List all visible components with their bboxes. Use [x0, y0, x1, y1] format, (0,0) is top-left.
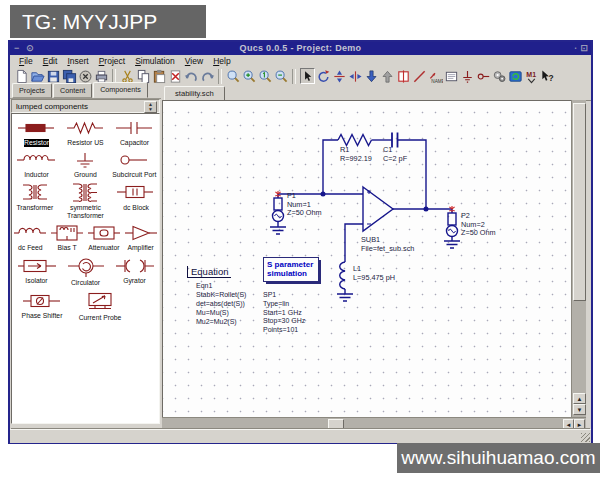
component-phase-shifter[interactable]: Phase Shifter — [20, 291, 64, 320]
dropdown-spinner-icon[interactable]: ▲▼ — [144, 101, 157, 113]
svg-text:NAME: NAME — [431, 78, 443, 83]
inductor-l1[interactable] — [337, 262, 353, 301]
equation-line: det=abs(det(S)) — [196, 299, 246, 308]
menu-project[interactable]: Project — [94, 56, 130, 66]
subcircuit-exit-icon[interactable] — [380, 68, 395, 84]
insert-port-icon[interactable] — [476, 68, 491, 84]
resistor-r1[interactable] — [338, 135, 372, 146]
save-all-icon[interactable] — [62, 68, 77, 84]
wire-label-icon[interactable]: NAME — [428, 68, 443, 84]
circuit-drawing: R1 R=992.19 C1 C=2 pF P1 Num=1 Z=50 Ohm … — [163, 101, 571, 417]
inductor-icon — [14, 150, 58, 170]
menu-file[interactable]: File — [14, 56, 38, 66]
simulation-line: Points=101 — [263, 326, 305, 335]
redo-icon[interactable] — [200, 68, 215, 84]
insert-wire-icon[interactable] — [412, 68, 427, 84]
zoom-fit-icon[interactable] — [226, 68, 241, 84]
vertical-scrollbar-thumb[interactable] — [573, 103, 586, 301]
horizontal-scrollbar[interactable]: ◄ ► — [162, 417, 586, 429]
subcircuit-enter-icon[interactable] — [364, 68, 379, 84]
save-icon[interactable] — [46, 68, 61, 84]
close-window-icon[interactable]: ⊡ — [580, 42, 588, 55]
new-file-icon[interactable] — [14, 68, 29, 84]
component-current-probe[interactable]: Current Probe — [78, 291, 122, 322]
simulate-icon[interactable] — [508, 68, 523, 84]
mirror-y-axis-icon[interactable] — [348, 68, 363, 84]
component-palette: Resistor Resistor US Capacitor Inductor … — [11, 113, 160, 424]
menu-edit[interactable]: Edit — [38, 56, 63, 66]
mirror-x-axis-icon[interactable] — [332, 68, 347, 84]
p1-impedance-label: Z=50 Ohm — [287, 208, 322, 217]
equation-line: Mu=Mu(S) — [196, 308, 246, 317]
menu-simulation[interactable]: Simulation — [130, 56, 180, 66]
undo-icon[interactable] — [184, 68, 199, 84]
open-file-icon[interactable] — [30, 68, 45, 84]
rotate-icon[interactable] — [316, 68, 331, 84]
component-attenuator[interactable]: Attenuator — [86, 223, 122, 252]
schematic-canvas[interactable]: R1 R=992.19 C1 C=2 pF P1 Num=1 Z=50 Ohm … — [162, 100, 571, 417]
component-subcircuit-port[interactable]: Subcircuit Port — [112, 150, 156, 179]
whats-this-icon[interactable]: ? — [540, 68, 555, 84]
component-gyrator[interactable]: Gyrator — [113, 256, 157, 285]
component-dc-feed[interactable]: dc Feed — [12, 223, 48, 252]
paste-icon[interactable] — [152, 68, 167, 84]
circulator-icon — [64, 256, 108, 278]
l1-value-label: L=95.475 pH — [353, 273, 395, 282]
close-document-icon[interactable] — [78, 68, 93, 84]
horizontal-scrollbar-thumb[interactable] — [328, 419, 344, 429]
component-inductor[interactable]: Inductor — [14, 150, 58, 179]
insert-ground-icon[interactable] — [460, 68, 475, 84]
component-circulator[interactable]: Circulator — [64, 256, 108, 287]
scroll-up-icon[interactable]: ▲ — [573, 393, 586, 404]
wire[interactable] — [323, 140, 338, 194]
component-dc-block[interactable]: dc Block — [114, 181, 158, 212]
maximize-icon[interactable]: ∙ — [574, 42, 577, 55]
shade-icon[interactable]: ⊙ — [26, 42, 34, 55]
component-category-dropdown[interactable]: lumped components ▲▼ — [11, 99, 160, 113]
junction-dot — [424, 207, 428, 211]
component-ground[interactable]: Ground — [63, 150, 107, 179]
select-pointer-icon[interactable] — [300, 68, 315, 84]
component-amplifier[interactable]: Amplifier — [123, 223, 159, 252]
delete-icon[interactable] — [168, 68, 183, 84]
menu-help[interactable]: Help — [208, 56, 235, 66]
port-p2[interactable] — [444, 206, 460, 248]
resize-grip[interactable] — [581, 433, 590, 442]
window-menu-icon[interactable]: − — [14, 42, 20, 55]
simulation-block[interactable]: S parameter simulation — [263, 257, 319, 282]
component-isolator[interactable]: Isolator — [15, 256, 59, 285]
set-marker-icon[interactable]: M1 — [524, 68, 539, 84]
transformer-icon — [13, 181, 57, 203]
watermark-bottom: www.sihuihuamao.com — [397, 443, 600, 473]
equation-block[interactable]: Equation Eqn1 StabK=Rollet(S) det=abs(de… — [187, 261, 246, 326]
scroll-right-icon[interactable]: ► — [574, 419, 585, 429]
window-title: Qucs 0.0.5 - Project: Demo — [240, 43, 362, 53]
component-resistor[interactable]: Resistor — [15, 118, 59, 147]
wire[interactable] — [398, 140, 427, 209]
title-bar[interactable]: − ⊙ Qucs 0.0.5 - Project: Demo ∙ ⊡ — [10, 42, 591, 55]
port-p1[interactable] — [270, 191, 286, 234]
menu-view[interactable]: View — [180, 56, 208, 66]
component-capacitor[interactable]: Capacitor — [113, 118, 157, 147]
deactivate-component-icon[interactable] — [396, 68, 411, 84]
component-transformer[interactable]: Transformer — [13, 181, 57, 212]
tab-projects[interactable]: Projects — [12, 83, 52, 98]
scroll-left-icon[interactable]: ◄ — [563, 419, 574, 429]
simulation-title: simulation — [267, 269, 316, 278]
zoom-out-icon[interactable] — [274, 68, 289, 84]
capacitor-c1[interactable] — [392, 133, 398, 148]
component-resistor-us[interactable]: Resistor US — [64, 118, 108, 147]
text-editor-icon[interactable] — [492, 68, 507, 84]
phase-shifter-icon — [20, 291, 64, 311]
vertical-scrollbar[interactable]: ▲ ▼ — [571, 100, 586, 417]
zoom-in-icon[interactable] — [242, 68, 257, 84]
scroll-down-icon[interactable]: ▼ — [573, 404, 586, 415]
component-symmetric-transformer[interactable]: symmetric Transformer — [58, 181, 112, 219]
menu-insert[interactable]: Insert — [62, 56, 93, 66]
sub1-name-label: SUB1 — [361, 235, 380, 244]
tab-content[interactable]: Content — [53, 83, 92, 98]
zoom-reset-icon[interactable] — [258, 68, 273, 84]
insert-equation-icon[interactable] — [444, 68, 459, 84]
tab-components[interactable]: Components — [93, 82, 148, 98]
component-bias-t[interactable]: Bias T — [49, 223, 85, 252]
